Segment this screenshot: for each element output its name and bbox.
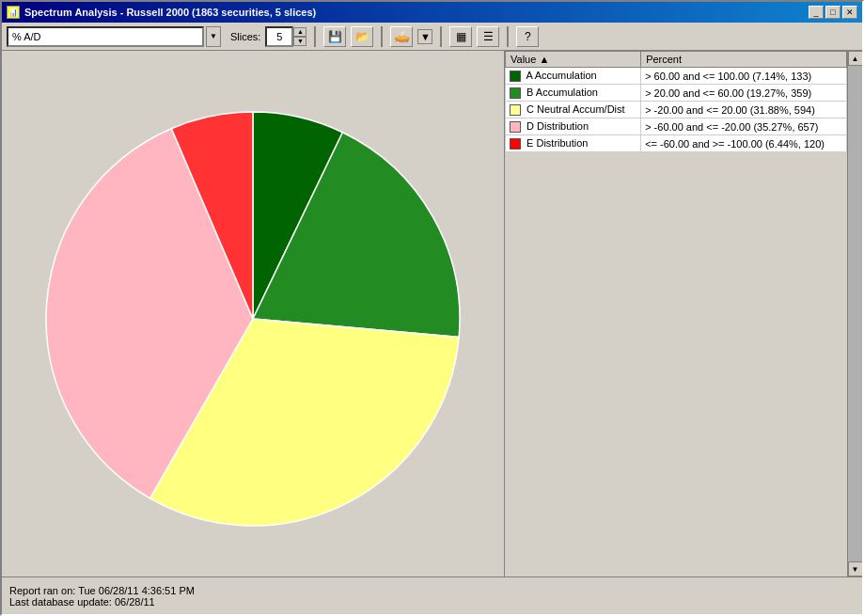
legend-label-1: B Accumulation (506, 85, 641, 102)
content-area: Value ▲ Percent A Accumulation > 60.00 a… (2, 51, 862, 577)
toolbar-separator-3 (440, 26, 442, 47)
scroll-down-button[interactable]: ▼ (848, 561, 863, 577)
legend-range-2: > -20.00 and <= 20.00 (31.88%, 594) (641, 102, 847, 118)
window-icon: 📊 (7, 6, 20, 19)
pie-chart-button[interactable]: 🥧 (390, 26, 413, 47)
col-percent-header: Percent (641, 52, 847, 68)
status-line-2: Last database update: 06/28/11 (9, 596, 855, 608)
help-button[interactable]: ? (516, 26, 539, 47)
scroll-up-button[interactable]: ▲ (848, 51, 863, 66)
legend-color-3 (510, 121, 521, 133)
minimize-button[interactable]: _ (809, 6, 824, 19)
title-bar: 📊 Spectrum Analysis - Russell 2000 (1863… (2, 2, 862, 23)
legend-range-4: <= -60.00 and >= -100.00 (6.44%, 120) (641, 135, 847, 152)
scrollbar-vertical: ▲ ▼ (847, 51, 862, 577)
spin-up[interactable]: ▲ (293, 27, 306, 37)
chart-area (2, 51, 504, 577)
main-window: 📊 Spectrum Analysis - Russell 2000 (1863… (0, 0, 864, 616)
title-bar-left: 📊 Spectrum Analysis - Russell 2000 (1863… (7, 6, 316, 19)
toolbar-separator-2 (381, 26, 383, 47)
legend-name-4: E Distribution (526, 137, 588, 149)
legend-color-4 (510, 138, 521, 150)
legend-name-0: A Accumulation (526, 70, 596, 81)
legend-label-4: E Distribution (506, 135, 641, 152)
legend-name-1: B Accumulation (526, 87, 598, 98)
legend-range-3: > -60.00 and <= -20.00 (35.27%, 657) (641, 118, 847, 135)
right-panel: Value ▲ Percent A Accumulation > 60.00 a… (504, 51, 847, 577)
legend-row: B Accumulation > 20.00 and <= 60.00 (19.… (506, 85, 847, 102)
slices-input[interactable]: 5 (265, 26, 293, 47)
toolbar: % A/D ▼ Slices: 5 ▲ ▼ 💾 📂 🥧 ▼ ▦ ☰ ? (2, 23, 862, 51)
chart-dropdown-arrow[interactable]: ▼ (417, 29, 432, 44)
legend-name-3: D Distribution (526, 120, 589, 132)
save-button[interactable]: 💾 (323, 26, 346, 47)
slices-label: Slices: (230, 31, 260, 42)
dropdown-arrow[interactable]: ▼ (206, 26, 221, 47)
legend-label-3: D Distribution (506, 118, 641, 135)
legend-row: A Accumulation > 60.00 and <= 100.00 (7.… (506, 68, 847, 85)
list-button[interactable]: ☰ (477, 26, 499, 47)
slices-spinner: ▲ ▼ (293, 27, 306, 46)
title-buttons: _ □ ✕ (809, 6, 857, 19)
legend-label-2: C Neutral Accum/Dist (506, 102, 641, 118)
legend-name-2: C Neutral Accum/Dist (526, 103, 625, 115)
legend-row: E Distribution <= -60.00 and >= -100.00 … (506, 135, 847, 152)
close-button[interactable]: ✕ (842, 6, 857, 19)
legend-range-1: > 20.00 and <= 60.00 (19.27%, 359) (641, 85, 847, 102)
legend-color-2 (510, 104, 521, 116)
grid-button[interactable]: ▦ (449, 26, 472, 47)
legend-range-0: > 60.00 and <= 100.00 (7.14%, 133) (641, 68, 847, 85)
toolbar-separator-1 (314, 26, 316, 47)
toolbar-separator-4 (507, 26, 509, 47)
legend-row: C Neutral Accum/Dist > -20.00 and <= 20.… (506, 102, 847, 118)
maximize-button[interactable]: □ (825, 6, 840, 19)
legend-label-0: A Accumulation (506, 68, 641, 85)
indicator-dropdown[interactable]: % A/D (7, 26, 204, 47)
col-value-header: Value ▲ (506, 52, 641, 68)
open-button[interactable]: 📂 (351, 26, 373, 47)
legend-row: D Distribution > -60.00 and <= -20.00 (3… (506, 118, 847, 135)
window-title: Spectrum Analysis - Russell 2000 (1863 s… (24, 7, 316, 18)
spin-down[interactable]: ▼ (293, 37, 306, 46)
legend-color-0 (510, 71, 521, 82)
legend-color-1 (510, 87, 521, 99)
pie-chart (27, 65, 479, 563)
status-bar: Report ran on: Tue 06/28/11 4:36:51 PM L… (2, 577, 862, 614)
status-line-1: Report ran on: Tue 06/28/11 4:36:51 PM (9, 585, 855, 596)
legend-table: Value ▲ Percent A Accumulation > 60.00 a… (505, 51, 847, 152)
scroll-track[interactable] (848, 66, 862, 561)
